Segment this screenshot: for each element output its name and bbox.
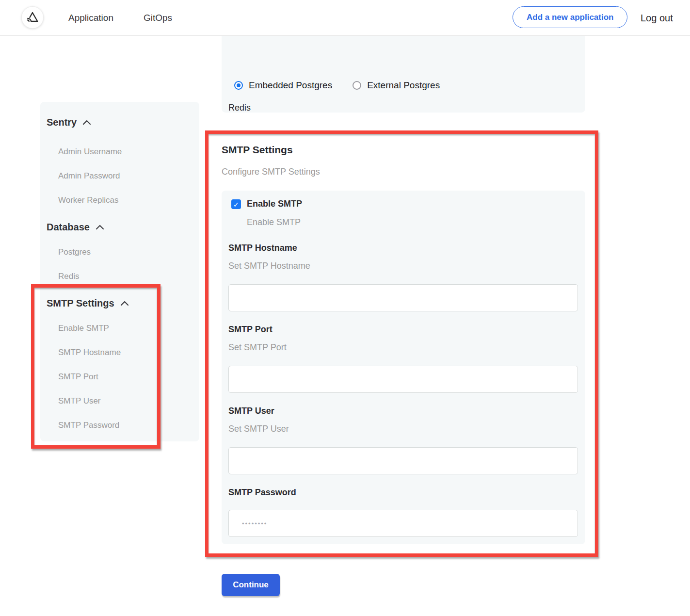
smtp-panel-title: SMTP Settings — [222, 144, 293, 156]
sidebar-group-smtp-settings-label: SMTP Settings — [47, 298, 114, 309]
sidebar-group-sentry[interactable]: Sentry — [47, 116, 199, 128]
sidebar-item-postgres[interactable]: Postgres — [58, 247, 199, 257]
config-sidebar: Sentry Admin Username Admin Password Wor… — [40, 102, 199, 441]
smtp-hostname-helper: Set SMTP Hostname — [228, 261, 578, 271]
smtp-password-field-group: SMTP Password — [228, 487, 578, 537]
chevron-up-icon[interactable] — [82, 119, 91, 125]
smtp-port-input[interactable] — [228, 366, 578, 393]
enable-smtp-row: ✓ Enable SMTP — [231, 199, 302, 209]
postgres-radio-group: Embedded Postgres External Postgres — [234, 80, 440, 91]
add-new-application-button[interactable]: Add a new application — [513, 6, 627, 28]
radio-embedded-postgres[interactable] — [234, 81, 243, 90]
sidebar-group-smtp-settings[interactable]: SMTP Settings — [47, 297, 199, 309]
radio-label-embedded-postgres[interactable]: Embedded Postgres — [249, 80, 332, 91]
sidebar-item-admin-password[interactable]: Admin Password — [58, 171, 199, 181]
radio-external-postgres[interactable] — [353, 81, 361, 90]
database-resources-section: Embedded Postgres External Postgres Redi… — [222, 36, 585, 113]
sidebar-group-database[interactable]: Database — [47, 221, 199, 233]
smtp-hostname-input[interactable] — [228, 284, 578, 311]
smtp-password-input[interactable] — [228, 510, 578, 537]
sidebar-item-enable-smtp[interactable]: Enable SMTP — [58, 324, 199, 333]
sentry-logo-icon — [25, 10, 40, 25]
sidebar-item-smtp-password[interactable]: SMTP Password — [58, 421, 199, 430]
sidebar-item-redis[interactable]: Redis — [58, 272, 199, 281]
continue-button[interactable]: Continue — [222, 574, 280, 596]
sidebar-item-admin-username[interactable]: Admin Username — [58, 147, 199, 157]
smtp-panel-subtitle: Configure SMTP Settings — [222, 167, 320, 177]
sidebar-group-database-label: Database — [47, 222, 90, 233]
top-navbar: Application GitOps Add a new application… — [0, 0, 690, 36]
smtp-password-label: SMTP Password — [228, 487, 578, 498]
sidebar-group-sentry-label: Sentry — [47, 117, 77, 128]
sidebar-item-smtp-port[interactable]: SMTP Port — [58, 372, 199, 382]
sidebar-item-smtp-user[interactable]: SMTP User — [58, 396, 199, 406]
logout-link[interactable]: Log out — [641, 0, 673, 36]
enable-smtp-checkbox[interactable]: ✓ — [231, 199, 241, 209]
smtp-user-helper: Set SMTP User — [228, 424, 578, 434]
checkmark-icon: ✓ — [233, 201, 240, 208]
enable-smtp-label[interactable]: Enable SMTP — [247, 199, 302, 209]
smtp-user-label: SMTP User — [228, 406, 578, 416]
sidebar-item-smtp-hostname[interactable]: SMTP Hostname — [58, 348, 199, 357]
sidebar-item-worker-replicas[interactable]: Worker Replicas — [58, 195, 199, 205]
smtp-hostname-label: SMTP Hostname — [228, 243, 578, 253]
chevron-up-icon[interactable] — [120, 300, 129, 306]
smtp-hostname-field-group: SMTP Hostname Set SMTP Hostname — [228, 243, 578, 311]
nav-link-application[interactable]: Application — [68, 0, 113, 36]
redis-subsection-heading: Redis — [228, 103, 251, 113]
smtp-user-field-group: SMTP User Set SMTP User — [228, 406, 578, 474]
nav-link-gitops[interactable]: GitOps — [144, 0, 172, 36]
enable-smtp-helper: Enable SMTP — [247, 217, 301, 227]
smtp-port-helper: Set SMTP Port — [228, 342, 578, 353]
chevron-up-icon[interactable] — [96, 224, 104, 230]
app-logo[interactable] — [21, 6, 44, 29]
radio-label-external-postgres[interactable]: External Postgres — [367, 80, 440, 91]
smtp-port-field-group: SMTP Port Set SMTP Port — [228, 324, 578, 393]
smtp-port-label: SMTP Port — [228, 324, 578, 335]
smtp-form: ✓ Enable SMTP Enable SMTP SMTP Hostname … — [222, 191, 585, 544]
smtp-user-input[interactable] — [228, 447, 578, 474]
